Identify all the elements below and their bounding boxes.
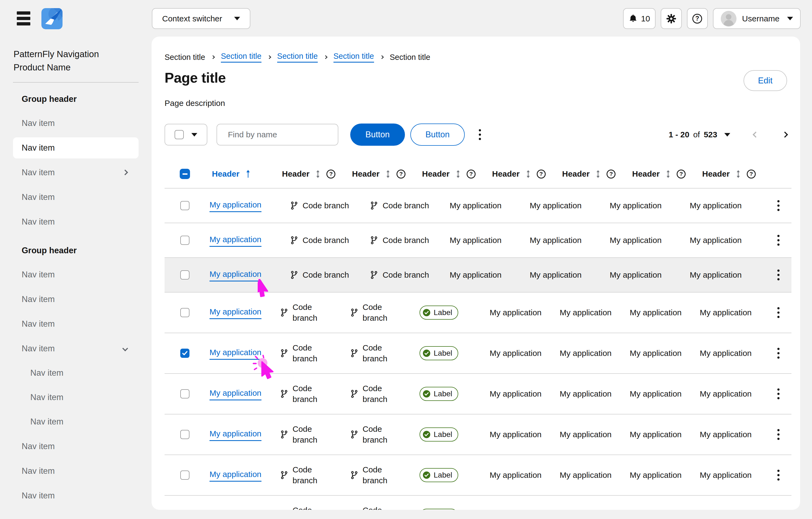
breadcrumb-link[interactable]: Section title — [221, 52, 261, 62]
pagination-prev-button[interactable] — [753, 132, 759, 138]
row-kebab-menu-button[interactable] — [775, 267, 782, 283]
application-link[interactable]: My application — [209, 428, 261, 441]
application-link[interactable]: My application — [209, 199, 261, 212]
table-row-7[interactable]: My applicationCode branchCode branchLabe… — [165, 455, 791, 495]
application-link[interactable]: My application — [209, 306, 261, 319]
column-header-1[interactable]: Header? — [275, 169, 345, 179]
column-header-4[interactable]: Header? — [485, 169, 555, 179]
application-text: My application — [700, 307, 752, 318]
row-checkbox[interactable] — [180, 349, 190, 358]
column-header-0[interactable]: Header — [205, 169, 275, 179]
sidebar-item-1-6[interactable]: Nav item — [0, 483, 151, 508]
search-input[interactable] — [228, 130, 332, 139]
sidebar-group-header: Group header — [0, 87, 151, 111]
application-text: My application — [610, 235, 662, 246]
code-branch-cell: Code branch — [285, 270, 366, 280]
column-header-3[interactable]: Header? — [415, 169, 485, 179]
row-kebab-menu-button[interactable] — [775, 197, 782, 214]
user-menu-button[interactable]: Username — [713, 8, 801, 29]
application-link[interactable]: My application — [209, 469, 261, 482]
nav-toggle-button[interactable] — [17, 11, 31, 25]
column-header-6[interactable]: Header? — [626, 169, 696, 179]
breadcrumb-link[interactable]: Section title — [334, 52, 374, 62]
help-button[interactable]: ? — [687, 8, 708, 29]
sidebar-item-1-0[interactable]: Nav item — [0, 262, 151, 287]
notifications-button[interactable]: 10 — [623, 8, 655, 29]
column-help-icon[interactable]: ? — [747, 169, 756, 179]
sidebar-item-0-4[interactable]: Nav item — [0, 209, 151, 234]
table-row-4[interactable]: My applicationCode branchCode branchLabe… — [165, 333, 791, 373]
sidebar-item-0-2[interactable]: Nav item — [0, 160, 151, 185]
application-text-cell: My application — [555, 307, 626, 318]
row-checkbox[interactable] — [180, 470, 190, 480]
row-checkbox[interactable] — [180, 236, 190, 245]
row-kebab-menu-button[interactable] — [775, 426, 782, 443]
sidebar-item-label: Nav item — [22, 491, 55, 500]
primary-action-button[interactable]: Button — [350, 124, 405, 146]
breadcrumb-link[interactable]: Section title — [277, 52, 318, 62]
column-help-icon[interactable]: ? — [326, 169, 336, 179]
settings-button[interactable] — [661, 8, 682, 29]
sidebar-subitem-1-3-2[interactable]: Nav item — [0, 410, 151, 434]
sidebar-item-1-1[interactable]: Nav item — [0, 287, 151, 311]
row-actions-cell — [765, 304, 791, 321]
application-link[interactable]: My application — [209, 269, 261, 281]
toolbar-kebab-menu-button[interactable] — [476, 127, 484, 143]
table-row-0[interactable]: My applicationCode branchCode branchMy a… — [165, 188, 791, 223]
sidebar-subitem-1-3-0[interactable]: Nav item — [0, 361, 151, 385]
bulk-select-dropdown[interactable] — [165, 124, 207, 145]
application-link[interactable]: My application — [209, 347, 261, 360]
column-help-icon[interactable]: ? — [467, 169, 475, 179]
row-kebab-menu-button[interactable] — [775, 345, 782, 361]
row-kebab-menu-button[interactable] — [775, 232, 782, 248]
edit-button[interactable]: Edit — [744, 70, 787, 91]
sidebar-item-0-3[interactable]: Nav item — [0, 185, 151, 209]
code-branch-icon — [350, 308, 359, 317]
row-kebab-menu-button[interactable] — [775, 467, 782, 483]
row-select-cell — [165, 201, 205, 210]
sort-both-icon — [525, 169, 531, 179]
code-branch-label: Code branch — [363, 505, 391, 510]
secondary-action-button[interactable]: Button — [410, 124, 465, 146]
sidebar-item-1-4[interactable]: Nav item — [0, 434, 151, 459]
table-row-5[interactable]: My applicationCode branchCode branchLabe… — [165, 373, 791, 414]
row-kebab-menu-button[interactable] — [775, 304, 782, 321]
column-header-2[interactable]: Header? — [345, 169, 415, 179]
table-row-1[interactable]: My applicationCode branchCode branchMy a… — [165, 223, 791, 257]
row-checkbox[interactable] — [180, 270, 190, 279]
sidebar-subitem-1-3-1[interactable]: Nav item — [0, 385, 151, 410]
row-checkbox[interactable] — [180, 308, 190, 317]
page-title: Page title — [165, 70, 226, 86]
sidebar-item-0-1[interactable]: Nav item — [13, 137, 139, 159]
table-row-3[interactable]: My applicationCode branchCode branchLabe… — [165, 292, 791, 333]
row-checkbox[interactable] — [180, 389, 190, 399]
code-branch-cell: Code branch — [275, 343, 345, 364]
column-help-icon[interactable]: ? — [677, 169, 686, 179]
application-link[interactable]: My application — [209, 388, 261, 400]
sidebar-item-1-5[interactable]: Nav item — [0, 459, 151, 483]
column-help-icon[interactable]: ? — [397, 169, 405, 179]
row-checkbox[interactable] — [180, 430, 190, 439]
pagination-next-button[interactable] — [782, 132, 788, 138]
pagination-menu-button[interactable]: 1 - 20 of 523 — [669, 130, 730, 139]
sidebar-item-1-2[interactable]: Nav item — [0, 311, 151, 336]
column-header-7[interactable]: Header? — [695, 169, 765, 179]
table-row-6[interactable]: My applicationCode branchCode branchLabe… — [165, 414, 791, 455]
select-all-checkbox[interactable] — [180, 169, 190, 179]
sidebar-item-1-3[interactable]: Nav item — [0, 336, 151, 361]
application-text-cell: My application — [695, 307, 765, 318]
application-text: My application — [690, 200, 742, 211]
application-link[interactable]: My application — [209, 234, 261, 247]
column-help-icon[interactable]: ? — [607, 169, 615, 179]
context-switcher-dropdown[interactable]: Context switcher — [152, 8, 250, 29]
row-kebab-menu-button[interactable] — [775, 386, 782, 402]
column-header-5[interactable]: Header? — [555, 169, 626, 179]
row-checkbox[interactable] — [180, 201, 190, 210]
row-kebab-menu-button[interactable] — [775, 508, 782, 510]
table-row-8[interactable]: My applicationCode branchCode branchLabe… — [165, 495, 791, 510]
table-row-2[interactable]: My applicationCode branchCode branchMy a… — [165, 257, 791, 292]
bulk-select-checkbox[interactable] — [175, 130, 184, 139]
application-link[interactable]: My application — [209, 510, 261, 510]
column-help-icon[interactable]: ? — [537, 169, 546, 179]
sidebar-item-0-0[interactable]: Nav item — [0, 111, 151, 135]
